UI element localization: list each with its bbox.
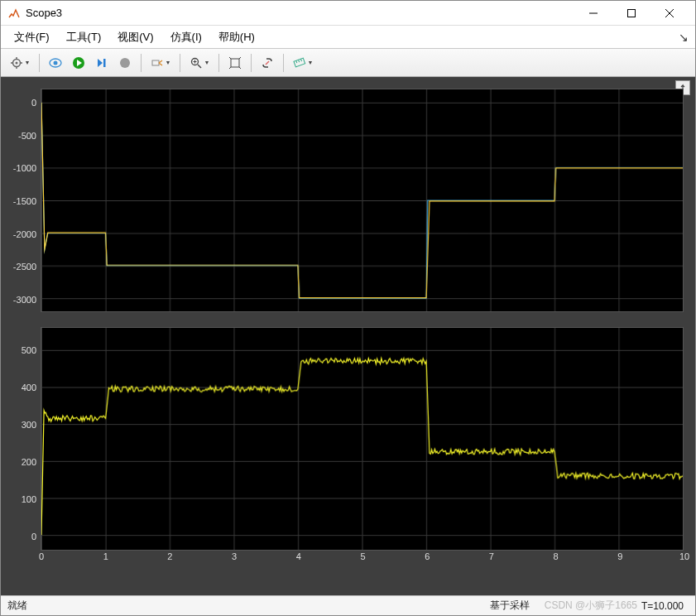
stop-button[interactable]	[114, 52, 136, 74]
minimize-button[interactable]	[574, 1, 612, 26]
title-bar: Scope3	[1, 1, 695, 26]
chevron-down-icon: ▼	[25, 60, 31, 65]
menu-help[interactable]: 帮助(H)	[210, 26, 263, 49]
run-button[interactable]	[68, 52, 89, 74]
status-ready: 就绪	[7, 599, 27, 613]
menu-view[interactable]: 视图(V)	[109, 26, 161, 49]
separator	[218, 54, 219, 72]
scope-canvas-area: 0-500-1000-1500-2000-2500-3000 010020030…	[1, 77, 695, 595]
chevron-down-icon: ▼	[308, 60, 314, 65]
svg-line-25	[295, 60, 296, 63]
measure-button[interactable]: ▼	[289, 52, 317, 74]
svg-point-5	[15, 61, 17, 64]
window-title: Scope3	[26, 7, 574, 19]
status-bar: 就绪 基于采样 CSDN @小狮子1665 T=10.000	[1, 595, 695, 615]
separator	[39, 54, 40, 72]
svg-rect-1	[628, 9, 636, 17]
svg-rect-17	[152, 60, 159, 65]
status-sample-mode: 基于采样	[490, 599, 530, 613]
autoscale-icon	[228, 56, 242, 70]
close-button[interactable]	[650, 1, 689, 26]
menu-file[interactable]: 文件(F)	[6, 26, 58, 49]
gear-icon	[10, 56, 23, 70]
status-time: T=10.000	[641, 600, 684, 612]
toolbar: ▼ ▼ ▼ ▼	[1, 49, 695, 77]
menu-overflow-icon[interactable]: ↘	[679, 31, 689, 44]
svg-point-11	[54, 60, 58, 65]
step-forward-icon	[95, 56, 108, 70]
plot-1-y-axis: 0-500-1000-1500-2000-2500-3000	[8, 89, 40, 311]
separator	[180, 54, 180, 72]
step-button[interactable]	[91, 52, 113, 74]
autoscale-button[interactable]	[224, 52, 246, 74]
separator	[251, 54, 252, 72]
plot-1-canvas[interactable]	[41, 89, 683, 311]
link-icon	[261, 56, 274, 70]
plot-2-canvas[interactable]	[41, 328, 683, 550]
play-icon	[72, 56, 85, 70]
floating-button[interactable]	[257, 52, 278, 74]
maximize-button[interactable]	[612, 1, 650, 26]
plot-2[interactable]: 0100200300400500 012345678910	[41, 327, 684, 551]
plot-2-y-axis: 0100200300400500	[8, 328, 40, 550]
watermark-text: CSDN @小狮子1665	[545, 599, 637, 613]
configure-button[interactable]: ▼	[6, 52, 34, 74]
menu-tools[interactable]: 工具(T)	[58, 26, 110, 49]
separator	[283, 54, 284, 72]
stop-icon	[118, 56, 132, 70]
chevron-down-icon: ▼	[204, 60, 210, 65]
svg-line-19	[198, 65, 201, 68]
menu-sim[interactable]: 仿真(I)	[162, 26, 210, 49]
separator	[141, 54, 142, 72]
svg-rect-22	[231, 59, 239, 67]
chevron-down-icon: ▼	[166, 60, 171, 65]
ruler-icon	[293, 56, 306, 70]
plot-1[interactable]: 0-500-1000-1500-2000-2500-3000	[41, 89, 684, 312]
svg-point-16	[120, 58, 130, 68]
zoom-button[interactable]: ▼	[185, 52, 214, 74]
zoom-icon	[190, 56, 203, 70]
svg-rect-24	[294, 58, 305, 67]
svg-rect-15	[103, 59, 106, 67]
svg-line-27	[300, 59, 301, 61]
svg-line-23	[266, 61, 269, 65]
highlight-icon	[151, 56, 164, 70]
svg-line-26	[298, 60, 299, 62]
menu-bar: 文件(F) 工具(T) 视图(V) 仿真(I) 帮助(H) ↘	[1, 26, 695, 49]
print-icon	[48, 56, 63, 70]
print-button[interactable]	[45, 52, 66, 74]
highlight-button[interactable]: ▼	[146, 52, 175, 74]
matlab-icon	[7, 7, 21, 20]
svg-marker-14	[98, 59, 103, 67]
plot-2-x-axis: 012345678910	[41, 551, 683, 566]
